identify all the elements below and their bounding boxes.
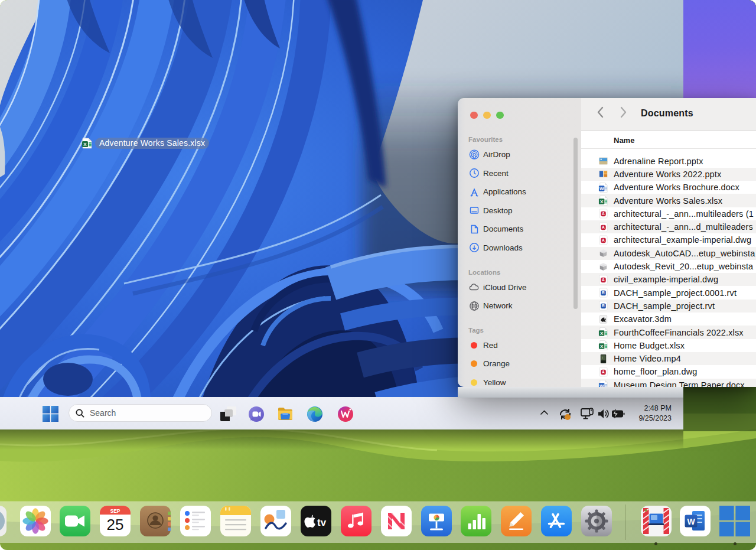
svg-text:X: X [83,142,87,147]
svg-text:SEP: SEP [110,508,120,514]
svg-text:tv: tv [317,517,327,528]
svg-text:25: 25 [107,516,124,533]
svg-text:W: W [687,517,695,526]
